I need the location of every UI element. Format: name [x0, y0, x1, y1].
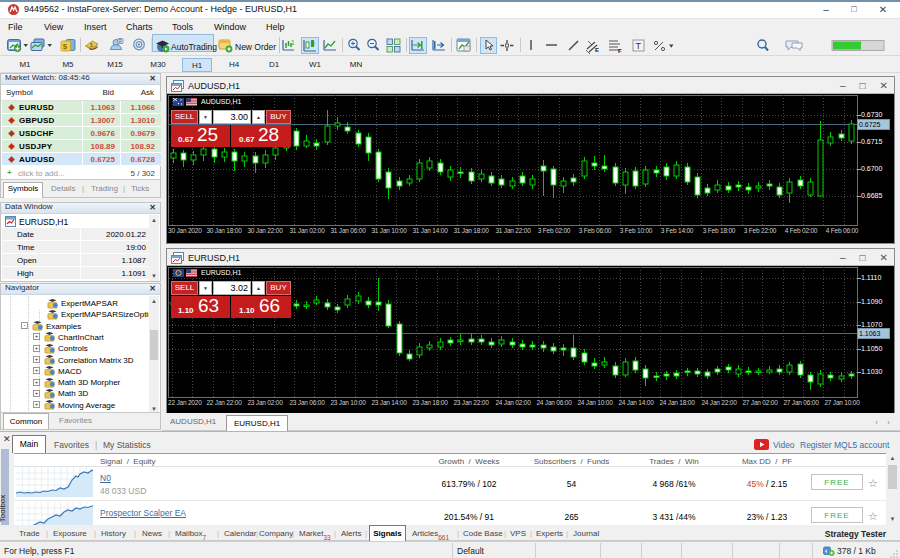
- svg-text:E: E: [595, 47, 599, 53]
- svg-text:0: 0: [311, 40, 315, 47]
- svg-text:1: 1: [291, 39, 295, 46]
- svg-text:T: T: [636, 41, 642, 51]
- svg-text:F: F: [618, 48, 622, 54]
- svg-text:$: $: [63, 42, 68, 51]
- svg-text:$: $: [90, 42, 93, 48]
